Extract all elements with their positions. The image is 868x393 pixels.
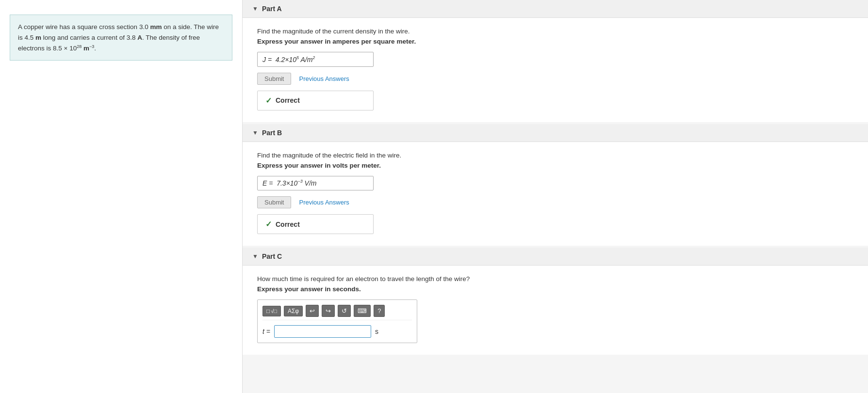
- part-b-prev-answers-link[interactable]: Previous Answers: [299, 199, 349, 206]
- part-b-correct-box: ✓ Correct: [257, 214, 374, 234]
- redo-icon: ↪: [326, 307, 331, 314]
- part-c-question: How much time is required for an electro…: [257, 275, 853, 283]
- part-c-math-toolbar: □ √□ ΑΣφ ↩ ↪ ↺ ⌨: [262, 305, 412, 320]
- part-c-express: Express your answer in seconds.: [257, 285, 853, 293]
- greek-button[interactable]: ΑΣφ: [284, 306, 303, 316]
- part-b-answer-display: E = 7.3×10−3 V/m: [257, 176, 374, 191]
- part-b-express: Express your answer in volts per meter.: [257, 162, 853, 169]
- formula-icon: □: [266, 308, 270, 314]
- part-b-answer-text: E = 7.3×10−3 V/m: [262, 179, 316, 187]
- part-a-label: Part A: [262, 5, 282, 13]
- part-b-header[interactable]: ▼ Part B: [243, 124, 868, 142]
- part-c-input-row: t = s: [262, 325, 412, 338]
- part-a-answer-row: J = 4.2×105 A/m2: [257, 52, 853, 67]
- greek-label: ΑΣφ: [288, 308, 299, 314]
- part-a-correct-box: ✓ Correct: [257, 91, 374, 110]
- part-c-math-var: t =: [262, 328, 270, 335]
- part-a-section: ▼ Part A Find the magnitude of the curre…: [243, 0, 868, 122]
- part-c-section: ▼ Part C How much time is required for a…: [243, 248, 868, 355]
- problem-text: A copper wire has a square cross section…: [18, 23, 219, 52]
- part-c-math-editor: □ √□ ΑΣφ ↩ ↪ ↺ ⌨: [257, 299, 417, 343]
- part-c-math-unit: s: [375, 328, 378, 335]
- part-a-content: Find the magnitude of the current densit…: [243, 18, 868, 122]
- part-a-express: Express your answer in amperes per squar…: [257, 38, 853, 45]
- keyboard-icon: ⌨: [358, 307, 367, 314]
- part-b-correct-label: Correct: [276, 220, 300, 228]
- refresh-button[interactable]: ↺: [338, 305, 351, 317]
- part-a-correct-label: Correct: [276, 96, 300, 104]
- part-a-header[interactable]: ▼ Part A: [243, 0, 868, 18]
- formula-button[interactable]: □ √□: [262, 306, 281, 316]
- part-b-answer-row: E = 7.3×10−3 V/m: [257, 176, 853, 191]
- part-c-chevron-icon: ▼: [252, 253, 258, 260]
- part-a-submit-row: Submit Previous Answers: [257, 73, 853, 85]
- part-b-chevron-icon: ▼: [252, 129, 258, 136]
- part-b-label: Part B: [262, 129, 282, 137]
- part-c-answer-input[interactable]: [274, 325, 371, 338]
- part-b-check-icon: ✓: [265, 220, 272, 229]
- part-b-section: ▼ Part B Find the magnitude of the elect…: [243, 124, 868, 246]
- help-button[interactable]: ?: [374, 305, 385, 317]
- help-icon: ?: [377, 307, 381, 314]
- right-panel: ▼ Part A Find the magnitude of the curre…: [243, 0, 868, 393]
- part-c-header[interactable]: ▼ Part C: [243, 248, 868, 266]
- part-c-content: How much time is required for an electro…: [243, 266, 868, 355]
- part-a-chevron-icon: ▼: [252, 5, 258, 12]
- sqrt-icon: √□: [271, 308, 277, 314]
- keyboard-button[interactable]: ⌨: [354, 305, 371, 317]
- left-panel: A copper wire has a square cross section…: [0, 0, 243, 393]
- part-a-check-icon: ✓: [265, 96, 272, 105]
- undo-icon: ↩: [310, 307, 315, 314]
- part-a-answer-display: J = 4.2×105 A/m2: [257, 52, 374, 67]
- refresh-icon: ↺: [342, 307, 347, 314]
- part-a-submit-button[interactable]: Submit: [257, 73, 291, 85]
- part-a-prev-answers-link[interactable]: Previous Answers: [299, 75, 349, 82]
- part-b-submit-button[interactable]: Submit: [257, 196, 291, 208]
- part-b-content: Find the magnitude of the electric field…: [243, 142, 868, 246]
- part-a-answer-text: J = 4.2×105 A/m2: [262, 56, 315, 63]
- undo-button[interactable]: ↩: [306, 305, 319, 317]
- part-b-submit-row: Submit Previous Answers: [257, 196, 853, 208]
- redo-button[interactable]: ↪: [322, 305, 335, 317]
- part-a-question: Find the magnitude of the current densit…: [257, 28, 853, 35]
- part-b-question: Find the magnitude of the electric field…: [257, 152, 853, 159]
- part-c-label: Part C: [262, 252, 282, 260]
- problem-box: A copper wire has a square cross section…: [10, 15, 232, 61]
